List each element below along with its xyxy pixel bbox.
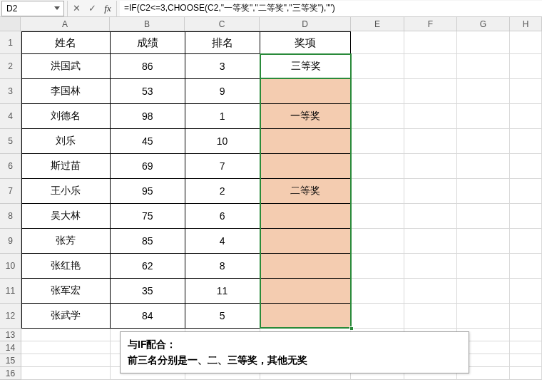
cell-rank[interactable]: 11 bbox=[185, 279, 260, 304]
cell-award[interactable] bbox=[260, 254, 352, 279]
empty-cell[interactable] bbox=[351, 154, 404, 179]
col-header-C[interactable]: C bbox=[185, 17, 260, 31]
empty-cell[interactable] bbox=[510, 179, 542, 204]
header-name[interactable]: 姓名 bbox=[21, 31, 111, 54]
cell-rank[interactable]: 2 bbox=[185, 179, 260, 204]
cell-name[interactable]: 斯过苗 bbox=[21, 154, 111, 179]
cell-score[interactable]: 69 bbox=[111, 154, 185, 179]
empty-cell[interactable] bbox=[404, 254, 457, 279]
row-header-11[interactable]: 11 bbox=[0, 279, 21, 304]
name-box[interactable]: D2 bbox=[1, 1, 64, 16]
empty-cell[interactable] bbox=[510, 54, 542, 79]
col-header-F[interactable]: F bbox=[404, 17, 457, 31]
row-header-10[interactable]: 10 bbox=[0, 254, 21, 279]
cell-name[interactable]: 洪国武 bbox=[21, 54, 111, 79]
empty-cell[interactable] bbox=[457, 79, 510, 104]
header-rank[interactable]: 排名 bbox=[185, 31, 260, 54]
empty-cell[interactable] bbox=[21, 367, 111, 380]
cell-score[interactable]: 35 bbox=[111, 279, 185, 304]
empty-cell[interactable] bbox=[457, 229, 510, 254]
row-header-7[interactable]: 7 bbox=[0, 179, 21, 204]
empty-cell[interactable] bbox=[510, 104, 542, 129]
empty-cell[interactable] bbox=[404, 279, 457, 304]
cell-name[interactable]: 张红艳 bbox=[21, 254, 111, 279]
empty-cell[interactable] bbox=[21, 354, 111, 367]
col-header-E[interactable]: E bbox=[351, 17, 404, 31]
empty-cell[interactable] bbox=[510, 304, 542, 329]
cell-award[interactable] bbox=[260, 279, 352, 304]
row-header-8[interactable]: 8 bbox=[0, 204, 21, 229]
empty-cell[interactable] bbox=[351, 304, 404, 329]
empty-cell[interactable] bbox=[21, 341, 111, 354]
empty-cell[interactable] bbox=[351, 254, 404, 279]
select-all-corner[interactable] bbox=[0, 17, 21, 31]
empty-cell[interactable] bbox=[404, 129, 457, 154]
empty-cell[interactable] bbox=[351, 79, 404, 104]
empty-cell[interactable] bbox=[510, 341, 542, 354]
empty-cell[interactable] bbox=[351, 31, 404, 54]
cell-score[interactable]: 53 bbox=[111, 79, 185, 104]
row-header-5[interactable]: 5 bbox=[0, 129, 21, 154]
header-award[interactable]: 奖项 bbox=[260, 31, 352, 54]
empty-cell[interactable] bbox=[404, 229, 457, 254]
cell-name[interactable]: 李国林 bbox=[21, 79, 111, 104]
empty-cell[interactable] bbox=[351, 204, 404, 229]
empty-cell[interactable] bbox=[457, 279, 510, 304]
cell-award[interactable] bbox=[260, 304, 352, 329]
cell-award[interactable]: 三等奖 bbox=[260, 54, 352, 79]
cell-award[interactable] bbox=[260, 129, 352, 154]
empty-cell[interactable] bbox=[457, 179, 510, 204]
row-header-15[interactable]: 15 bbox=[0, 354, 21, 367]
empty-cell[interactable] bbox=[21, 329, 111, 341]
cancel-icon[interactable]: ✕ bbox=[71, 3, 82, 14]
cell-name[interactable]: 张武学 bbox=[21, 304, 111, 329]
row-header-14[interactable]: 14 bbox=[0, 341, 21, 354]
row-header-13[interactable]: 13 bbox=[0, 329, 21, 341]
cell-rank[interactable]: 5 bbox=[185, 304, 260, 329]
spreadsheet-grid[interactable]: ABCDEFGH 1姓名成绩排名奖项2洪国武863三等奖3李国林5394刘德名9… bbox=[0, 17, 542, 380]
name-box-dropdown-icon[interactable] bbox=[52, 4, 62, 14]
cell-award[interactable] bbox=[260, 154, 352, 179]
row-header-9[interactable]: 9 bbox=[0, 229, 21, 254]
empty-cell[interactable] bbox=[510, 279, 542, 304]
row-header-3[interactable]: 3 bbox=[0, 79, 21, 104]
cell-award[interactable] bbox=[260, 229, 352, 254]
cell-rank[interactable]: 9 bbox=[185, 79, 260, 104]
cell-rank[interactable]: 7 bbox=[185, 154, 260, 179]
col-header-G[interactable]: G bbox=[457, 17, 510, 31]
cell-name[interactable]: 刘德名 bbox=[21, 104, 111, 129]
cell-rank[interactable]: 6 bbox=[185, 204, 260, 229]
row-header-4[interactable]: 4 bbox=[0, 104, 21, 129]
cell-score[interactable]: 45 bbox=[111, 129, 185, 154]
empty-cell[interactable] bbox=[404, 154, 457, 179]
empty-cell[interactable] bbox=[510, 329, 542, 341]
cell-name[interactable]: 吴大林 bbox=[21, 204, 111, 229]
row-header-1[interactable]: 1 bbox=[0, 31, 21, 54]
row-header-6[interactable]: 6 bbox=[0, 154, 21, 179]
empty-cell[interactable] bbox=[510, 204, 542, 229]
cell-rank[interactable]: 4 bbox=[185, 229, 260, 254]
cell-rank[interactable]: 1 bbox=[185, 104, 260, 129]
cell-rank[interactable]: 10 bbox=[185, 129, 260, 154]
empty-cell[interactable] bbox=[404, 54, 457, 79]
header-score[interactable]: 成绩 bbox=[111, 31, 185, 54]
cell-name[interactable]: 张军宏 bbox=[21, 279, 111, 304]
empty-cell[interactable] bbox=[457, 204, 510, 229]
row-header-16[interactable]: 16 bbox=[0, 367, 21, 380]
empty-cell[interactable] bbox=[457, 254, 510, 279]
cell-score[interactable]: 98 bbox=[111, 104, 185, 129]
empty-cell[interactable] bbox=[404, 304, 457, 329]
cell-name[interactable]: 刘乐 bbox=[21, 129, 111, 154]
col-header-B[interactable]: B bbox=[110, 17, 185, 31]
empty-cell[interactable] bbox=[457, 54, 510, 79]
empty-cell[interactable] bbox=[404, 104, 457, 129]
empty-cell[interactable] bbox=[351, 279, 404, 304]
cell-score[interactable]: 75 bbox=[111, 204, 185, 229]
empty-cell[interactable] bbox=[457, 104, 510, 129]
cell-rank[interactable]: 3 bbox=[185, 54, 260, 79]
empty-cell[interactable] bbox=[351, 54, 404, 79]
col-header-H[interactable]: H bbox=[510, 17, 542, 31]
empty-cell[interactable] bbox=[510, 229, 542, 254]
empty-cell[interactable] bbox=[510, 79, 542, 104]
cell-score[interactable]: 62 bbox=[111, 254, 185, 279]
